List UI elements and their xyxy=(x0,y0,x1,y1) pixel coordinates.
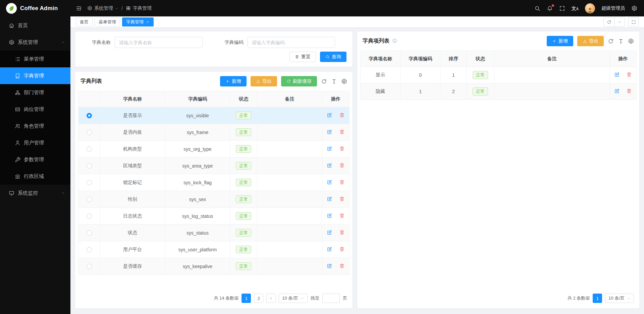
row-radio[interactable] xyxy=(87,163,92,169)
reset-button[interactable]: 重置 xyxy=(289,52,316,62)
delete-button[interactable] xyxy=(336,196,347,203)
edit-button[interactable] xyxy=(324,146,335,152)
sidebar-group-system[interactable]: 系统管理 xyxy=(0,34,70,51)
page-button-2[interactable]: 2 xyxy=(254,294,263,303)
font-size-button[interactable] xyxy=(331,78,337,84)
sidebar-item-label: 菜单管理 xyxy=(24,56,44,62)
close-icon[interactable] xyxy=(146,20,150,24)
breadcrumb-item-system[interactable]: 系统管理 xyxy=(87,5,118,11)
delete-button[interactable] xyxy=(336,213,347,219)
row-radio[interactable] xyxy=(87,264,92,269)
settings-button[interactable] xyxy=(631,5,637,11)
refresh-cache-button[interactable]: 刷新缓存 xyxy=(281,76,317,86)
fullscreen-button[interactable] xyxy=(559,5,565,11)
edit-button[interactable] xyxy=(324,129,335,136)
tab-menu-mgmt[interactable]: 菜单管理 xyxy=(95,17,120,26)
language-switch-button[interactable]: 文A xyxy=(572,6,579,11)
delete-button[interactable] xyxy=(336,163,347,169)
table-row[interactable]: 状态 sys_status 正常 xyxy=(78,225,350,241)
info-icon[interactable] xyxy=(392,38,397,44)
add-dict-button[interactable]: 新增 xyxy=(220,76,247,86)
add-dict-item-button[interactable]: 新增 xyxy=(547,36,573,46)
page-button-1[interactable]: 1 xyxy=(241,294,251,303)
delete-button[interactable] xyxy=(336,112,347,119)
table-row[interactable]: 显示 0 1 正常 xyxy=(361,67,636,83)
row-radio[interactable] xyxy=(87,113,92,118)
maximize-content-button[interactable] xyxy=(628,17,639,26)
edit-button[interactable] xyxy=(611,88,623,95)
table-row[interactable]: 是否缓存 sys_keepalive 正常 xyxy=(78,258,350,275)
delete-button[interactable] xyxy=(336,146,347,152)
collapse-sidebar-button[interactable] xyxy=(76,5,82,11)
notifications-button[interactable] xyxy=(547,5,553,11)
edit-button[interactable] xyxy=(324,179,335,186)
dict-name-input[interactable] xyxy=(115,37,203,48)
jump-page-input[interactable] xyxy=(322,294,340,303)
row-radio[interactable] xyxy=(87,130,92,135)
username-dropdown[interactable]: 超级管理员 xyxy=(601,5,625,11)
sidebar-group-monitor[interactable]: 系统监控 xyxy=(0,185,70,201)
export-dict-items-button[interactable]: 导出 xyxy=(577,36,604,46)
edit-button[interactable] xyxy=(324,196,335,203)
edit-button[interactable] xyxy=(611,72,623,78)
delete-button[interactable] xyxy=(336,246,347,253)
next-page-button[interactable] xyxy=(266,294,276,303)
refresh-tab-button[interactable] xyxy=(604,17,614,26)
sidebar-item-role-mgmt[interactable]: 角色管理 xyxy=(0,118,70,134)
table-row[interactable]: 是否内嵌 sys_frame 正常 xyxy=(78,124,350,141)
row-radio[interactable] xyxy=(87,180,92,185)
breadcrumb-item-dict[interactable]: 字典管理 xyxy=(126,5,152,11)
row-radio[interactable] xyxy=(87,213,92,219)
sidebar-item-home[interactable]: 首页 xyxy=(0,17,70,34)
sidebar-item-param-mgmt[interactable]: 参数管理 xyxy=(0,151,70,168)
sidebar-item-region-mgmt[interactable]: 行政区域 xyxy=(0,168,70,185)
table-row[interactable]: 用户平台 sys_user_platform 正常 xyxy=(78,241,350,258)
tab-dict-mgmt[interactable]: 字典管理 xyxy=(122,17,154,26)
edit-button[interactable] xyxy=(324,163,335,169)
refresh-table-button[interactable] xyxy=(608,38,614,44)
search-button[interactable] xyxy=(534,5,540,11)
delete-button[interactable] xyxy=(336,179,347,186)
edit-button[interactable] xyxy=(324,246,335,253)
edit-icon xyxy=(327,246,332,252)
export-dict-button[interactable]: 导出 xyxy=(251,76,277,86)
avatar[interactable] xyxy=(585,3,595,13)
dict-code-input[interactable] xyxy=(248,37,335,48)
row-radio[interactable] xyxy=(87,146,92,152)
table-row[interactable]: 性别 sys_sex 正常 xyxy=(78,191,350,208)
refresh-table-button[interactable] xyxy=(321,78,327,84)
table-row[interactable]: 区域类型 sys_area_type 正常 xyxy=(78,158,350,174)
table-row[interactable]: 锁定标记 sys_lock_flag 正常 xyxy=(78,174,350,191)
row-radio[interactable] xyxy=(87,247,92,252)
delete-button[interactable] xyxy=(624,88,635,95)
code-cell: sys_frame xyxy=(165,124,230,141)
column-settings-button[interactable] xyxy=(341,78,347,84)
sidebar-item-menu-mgmt[interactable]: 菜单管理 xyxy=(0,51,70,67)
query-button[interactable]: 查询 xyxy=(320,52,346,62)
table-row[interactable]: 隐藏 1 2 正常 xyxy=(361,83,636,100)
sidebar-item-dict-mgmt[interactable]: 字典管理 xyxy=(0,67,70,84)
tab-options-dropdown[interactable] xyxy=(614,17,625,26)
page-button-1[interactable]: 1 xyxy=(593,294,602,303)
page-size-select[interactable]: 10 条/页 xyxy=(605,294,634,303)
column-settings-button[interactable] xyxy=(628,38,634,44)
table-row[interactable]: 日志状态 sys_log_status 正常 xyxy=(78,208,350,225)
edit-button[interactable] xyxy=(324,263,335,270)
row-radio[interactable] xyxy=(87,197,92,202)
row-radio[interactable] xyxy=(87,230,92,236)
delete-button[interactable] xyxy=(624,72,635,78)
font-size-button[interactable] xyxy=(618,38,624,44)
sidebar-item-dept-mgmt[interactable]: 部门管理 xyxy=(0,84,70,101)
page-size-select[interactable]: 10 条/页 xyxy=(279,294,308,303)
edit-button[interactable] xyxy=(324,213,335,219)
edit-button[interactable] xyxy=(324,230,335,236)
delete-button[interactable] xyxy=(336,129,347,136)
table-row[interactable]: 是否显示 sys_visible 正常 xyxy=(78,107,350,124)
delete-button[interactable] xyxy=(336,230,347,236)
sidebar-item-post-mgmt[interactable]: 岗位管理 xyxy=(0,101,70,118)
edit-button[interactable] xyxy=(324,112,335,119)
sidebar-item-user-mgmt[interactable]: 用户管理 xyxy=(0,134,70,151)
table-row[interactable]: 机构类型 sys_org_type 正常 xyxy=(78,141,350,158)
tab-home[interactable]: 首页 xyxy=(76,17,93,26)
delete-button[interactable] xyxy=(336,263,347,270)
